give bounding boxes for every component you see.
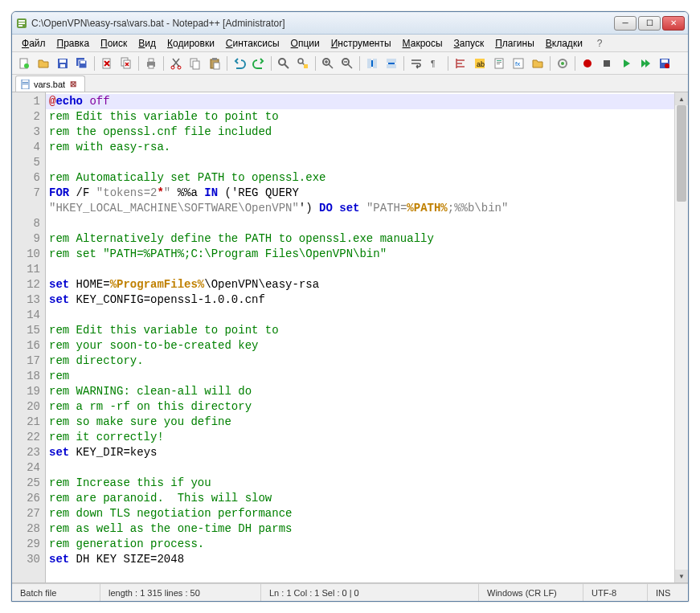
code-area[interactable]: @echo off rem Edit this variable to poin…	[46, 92, 674, 582]
svg-rect-33	[387, 64, 396, 68]
scroll-down-icon[interactable]: ▼	[675, 570, 688, 582]
lang-button[interactable]: ab	[471, 55, 489, 72]
menu-поиск[interactable]: Поиск	[96, 36, 132, 51]
code-line[interactable]: set HOME=%ProgramFiles%\OpenVPN\easy-rsa	[49, 278, 319, 291]
code-line[interactable]: set DH KEY SIZE=2048	[49, 553, 184, 566]
status-encoding[interactable]: UTF-8	[583, 584, 648, 601]
code-line[interactable]: rem set "PATH=%PATH%;C:\Program Files\Op…	[49, 247, 387, 260]
scroll-up-icon[interactable]: ▲	[675, 92, 688, 105]
svg-rect-11	[80, 61, 85, 63]
print-button[interactable]	[142, 55, 160, 72]
menu-вкладки[interactable]: Вкладки	[541, 36, 587, 51]
code-line[interactable]: rem Edit this variable to point to	[49, 324, 279, 337]
maximize-button[interactable]: ☐	[638, 16, 661, 31]
code-line[interactable]: rem directory.	[49, 354, 144, 367]
tab-close-icon[interactable]: ⊠	[68, 80, 78, 89]
window-title: C:\OpenVPN\easy-rsa\vars.bat - Notepad++…	[31, 18, 614, 29]
code-line[interactable]: rem Automatically set PATH to openssl.ex…	[49, 171, 325, 184]
line-number: 4	[14, 140, 40, 155]
zoom-out-button[interactable]	[338, 55, 356, 72]
sync-h-button[interactable]	[383, 55, 400, 72]
save-macro-button[interactable]	[656, 55, 673, 72]
minimize-button[interactable]: ─	[614, 16, 637, 31]
menu-кодировки[interactable]: Кодировки	[162, 36, 219, 51]
folder-button[interactable]	[529, 55, 546, 72]
code-line[interactable]: rem	[49, 370, 69, 382]
line-number: 30	[14, 552, 40, 567]
cut-button[interactable]	[167, 55, 185, 72]
menu-плагины[interactable]: Плагины	[490, 36, 539, 51]
zoom-in-button[interactable]	[319, 55, 337, 72]
menu-инструменты[interactable]: Инструменты	[326, 36, 396, 51]
toolbar-separator	[403, 56, 404, 71]
status-ins[interactable]: INS	[648, 584, 688, 601]
close-button[interactable]	[98, 55, 116, 72]
svg-rect-24	[214, 63, 219, 69]
show-all-button[interactable]: ¶	[427, 55, 444, 72]
statusbar: Batch file length : 1 315 lines : 50 Ln …	[12, 583, 688, 601]
close-button[interactable]: ✕	[662, 16, 685, 31]
scroll-thumb[interactable]	[677, 105, 686, 202]
replace-button[interactable]	[294, 55, 312, 72]
toolbar-separator	[94, 56, 95, 71]
tab-vars-bat[interactable]: vars.bat ⊠	[15, 76, 85, 92]
copy-button[interactable]	[186, 55, 204, 72]
menu-синтаксисы[interactable]: Синтаксисы	[221, 36, 285, 51]
code-line[interactable]: rem with easy-rsa.	[49, 141, 170, 153]
menu-правка[interactable]: Правка	[52, 36, 95, 51]
indent-guide-button[interactable]	[452, 55, 469, 72]
app-window: C:\OpenVPN\easy-rsa\vars.bat - Notepad++…	[11, 11, 689, 602]
monitor-button[interactable]	[554, 55, 571, 72]
code-line[interactable]: rem are paranoid. This will slow	[49, 492, 272, 505]
undo-button[interactable]	[231, 55, 248, 72]
code-line[interactable]: @echo off	[46, 94, 674, 109]
code-line[interactable]: set KEY_DIR=keys	[49, 446, 157, 459]
menu-макросы[interactable]: Макросы	[398, 36, 448, 51]
menu-файл[interactable]: Файл	[17, 36, 51, 51]
svg-rect-30	[367, 59, 371, 68]
svg-rect-31	[373, 59, 377, 68]
play-button[interactable]	[617, 55, 635, 72]
new-file-button[interactable]	[15, 55, 33, 72]
doc-map-button[interactable]	[490, 55, 508, 72]
code-line[interactable]: rem WARNING: clean-all will do	[49, 385, 252, 398]
code-line[interactable]: rem it correctly!	[49, 431, 164, 443]
vertical-scrollbar[interactable]: ▲ ▼	[674, 92, 688, 582]
close-all-button[interactable]	[117, 55, 135, 72]
menu-help[interactable]: ?	[592, 36, 608, 51]
stop-button[interactable]	[598, 55, 616, 72]
open-file-button[interactable]	[35, 55, 52, 72]
record-button[interactable]	[579, 55, 596, 72]
redo-button[interactable]	[250, 55, 268, 72]
code-line[interactable]: rem the openssl.cnf file included	[49, 125, 272, 138]
line-number: 22	[14, 430, 40, 445]
code-line[interactable]: rem Edit this variable to point to	[49, 110, 279, 123]
editor: 1234567 89101112131415161718192021222324…	[12, 92, 688, 583]
word-wrap-button[interactable]	[407, 55, 425, 72]
menu-вид[interactable]: Вид	[133, 36, 161, 51]
code-line[interactable]: rem down TLS negotiation performance	[49, 507, 292, 520]
menu-опции[interactable]: Опции	[286, 36, 325, 51]
line-number: 28	[14, 521, 40, 537]
status-eol[interactable]: Windows (CR LF)	[479, 584, 583, 601]
code-line[interactable]: rem generation process.	[49, 537, 204, 550]
code-line[interactable]: FOR /F "tokens=2*" %%a IN ('REG QUERY "H…	[49, 186, 508, 215]
paste-button[interactable]	[206, 55, 223, 72]
save-all-button[interactable]	[73, 55, 91, 72]
save-button[interactable]	[54, 55, 72, 72]
code-line[interactable]: rem so make sure you define	[49, 415, 231, 428]
titlebar[interactable]: C:\OpenVPN\easy-rsa\vars.bat - Notepad++…	[12, 12, 688, 35]
find-button[interactable]	[275, 55, 293, 72]
status-pos: Ln : 1 Col : 1 Sel : 0 | 0	[261, 584, 479, 601]
code-line[interactable]: rem Increase this if you	[49, 476, 211, 489]
sync-v-button[interactable]	[363, 55, 381, 72]
code-line[interactable]: set KEY_CONFIG=openssl-1.0.0.cnf	[49, 293, 265, 306]
code-line[interactable]: rem Alternatively define the PATH to ope…	[49, 232, 434, 245]
play-multi-button[interactable]	[637, 55, 654, 72]
code-line[interactable]: rem a rm -rf on this directory	[49, 400, 252, 413]
menu-запуск[interactable]: Запуск	[449, 36, 489, 51]
func-list-button[interactable]: fx	[510, 55, 527, 72]
svg-rect-40	[497, 63, 500, 64]
code-line[interactable]: rem your soon-to-be-created key	[49, 339, 258, 352]
code-line[interactable]: rem as well as the one-time DH parms	[49, 522, 292, 535]
